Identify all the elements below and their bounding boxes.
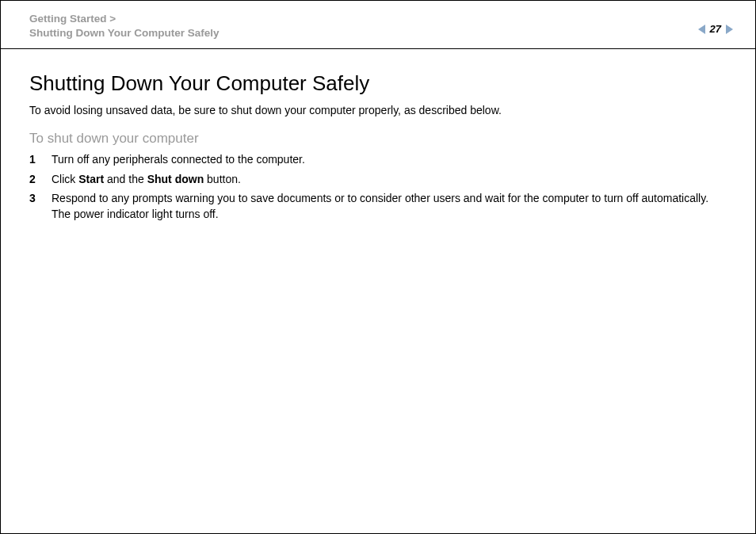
step-text: Turn off any peripherals connected to th… <box>52 151 733 167</box>
step-item: 2 Click Start and the Shut down button. <box>29 171 733 187</box>
step-text-part: and the <box>104 173 147 185</box>
page-title: Shutting Down Your Computer Safely <box>29 71 733 96</box>
step-item: 3 Respond to any prompts warning you to … <box>29 190 733 223</box>
step-number: 3 <box>29 190 52 223</box>
breadcrumb-line-2: Shutting Down Your Computer Safely <box>29 26 220 40</box>
prev-page-icon[interactable] <box>698 25 705 34</box>
page-number: 27 <box>710 23 721 35</box>
step-item: 1 Turn off any peripherals connected to … <box>29 151 733 167</box>
breadcrumb-line-1: Getting Started > <box>29 12 220 26</box>
step-text-bold: Shut down <box>147 173 204 185</box>
step-text: Respond to any prompts warning you to sa… <box>52 190 733 223</box>
content-area: Shutting Down Your Computer Safely To av… <box>29 49 733 222</box>
step-text-part: Click <box>52 173 78 185</box>
step-text-line: The power indicator light turns off. <box>52 208 219 220</box>
breadcrumb: Getting Started > Shutting Down Your Com… <box>29 12 220 40</box>
step-text-bold: Start <box>78 173 104 185</box>
step-text: Click Start and the Shut down button. <box>52 171 733 187</box>
section-subhead: To shut down your computer <box>29 131 733 147</box>
page: Getting Started > Shutting Down Your Com… <box>0 0 756 534</box>
page-nav: 27 <box>698 12 733 35</box>
steps-list: 1 Turn off any peripherals connected to … <box>29 151 733 222</box>
step-number: 1 <box>29 151 52 167</box>
step-number: 2 <box>29 171 52 187</box>
intro-text: To avoid losing unsaved data, be sure to… <box>29 104 733 116</box>
step-text-line: Respond to any prompts warning you to sa… <box>52 192 708 204</box>
page-header: Getting Started > Shutting Down Your Com… <box>29 12 733 48</box>
next-page-icon[interactable] <box>726 25 733 34</box>
step-text-part: button. <box>204 173 241 185</box>
